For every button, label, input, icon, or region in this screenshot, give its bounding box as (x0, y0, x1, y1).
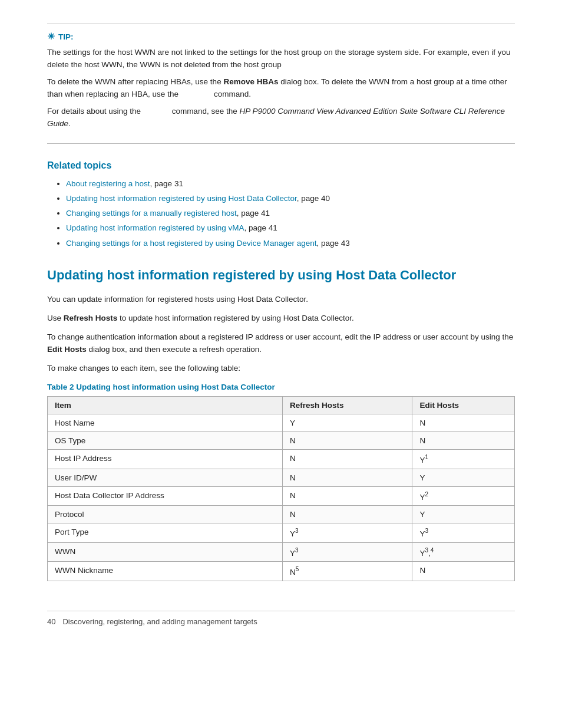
cell-item: WWN Nickname (48, 562, 283, 581)
section-title: Updating host information registered by … (47, 267, 515, 284)
cell-edit: Y3 (412, 523, 515, 543)
cell-edit: N (412, 432, 515, 450)
col-header-item: Item (48, 397, 283, 414)
col-header-refresh: Refresh Hosts (282, 397, 412, 414)
cell-edit: Y3,4 (412, 542, 515, 562)
cell-edit: N (412, 562, 515, 581)
cell-item: Port Type (48, 523, 283, 543)
list-item: Changing settings for a host registered … (66, 238, 515, 249)
related-link-5[interactable]: Changing settings for a host registered … (66, 239, 317, 248)
page-container: ☀ TIP: The settings for the host WWN are… (0, 0, 562, 661)
list-item: Updating host information registered by … (66, 193, 515, 205)
main-section: Updating host information registered by … (47, 267, 515, 581)
list-item: Changing settings for a manually registe… (66, 207, 515, 219)
tip-body: The settings for the host WWN are not li… (47, 47, 515, 130)
cell-item: Host Data Collector IP Address (48, 486, 283, 506)
related-link-3[interactable]: Changing settings for a manually registe… (66, 209, 237, 218)
section-para-1: You can update information for registere… (47, 293, 515, 306)
footer: 40 Discovering, registering, and adding … (47, 611, 515, 626)
cell-item: Host Name (48, 414, 283, 432)
related-link-2[interactable]: Updating host information registered by … (66, 194, 297, 203)
table-title: Table 2 Updating host information using … (47, 383, 515, 391)
page-ref-4: , page 41 (244, 223, 277, 232)
section-para-2: Use Refresh Hosts to update host informa… (47, 312, 515, 325)
table-row: User ID/PWNY (48, 469, 515, 486)
table-header-row: Item Refresh Hosts Edit Hosts (48, 397, 515, 414)
cell-refresh: Y (282, 414, 412, 432)
tip-header: ☀ TIP: (47, 31, 515, 42)
cell-refresh: Y3 (282, 542, 412, 562)
cell-refresh: N (282, 432, 412, 450)
tip-box: ☀ TIP: The settings for the host WWN are… (47, 24, 515, 144)
list-item: Updating host information registered by … (66, 222, 515, 234)
section-para-4: To make changes to each item, see the fo… (47, 362, 515, 375)
table-row: WWNY3Y3,4 (48, 542, 515, 562)
tip-paragraph-1: The settings for the host WWN are not li… (47, 47, 515, 71)
list-item: About registering a host, page 31 (66, 178, 515, 190)
table-row: Host IP AddressNY1 (48, 450, 515, 469)
table-row: ProtocolNY (48, 506, 515, 523)
cell-item: WWN (48, 542, 283, 562)
cell-item: Host IP Address (48, 450, 283, 469)
cell-edit: N (412, 414, 515, 432)
cell-edit: Y2 (412, 486, 515, 506)
related-topics-list: About registering a host, page 31 Updati… (47, 178, 515, 249)
related-link-1[interactable]: About registering a host (66, 179, 150, 188)
tip-paragraph-2: To delete the WWN after replacing HBAs, … (47, 76, 515, 101)
cell-edit: Y (412, 469, 515, 486)
table-row: OS TypeNN (48, 432, 515, 450)
data-table: Item Refresh Hosts Edit Hosts Host NameY… (47, 396, 515, 581)
tip-icon: ☀ (47, 31, 55, 42)
cell-refresh: N (282, 506, 412, 523)
cell-refresh: N (282, 469, 412, 486)
page-ref-3: , page 41 (237, 209, 270, 218)
table-row: Port TypeY3Y3 (48, 523, 515, 543)
section-para-3: To change authentication information abo… (47, 331, 515, 356)
related-topics-title: Related topics (47, 160, 515, 171)
cell-refresh: N5 (282, 562, 412, 581)
col-header-edit: Edit Hosts (412, 397, 515, 414)
related-topics-section: Related topics About registering a host,… (47, 160, 515, 249)
table-row: Host Data Collector IP AddressNY2 (48, 486, 515, 506)
related-link-4[interactable]: Updating host information registered by … (66, 223, 244, 232)
cell-refresh: N (282, 486, 412, 506)
cell-item: OS Type (48, 432, 283, 450)
cell-refresh: N (282, 450, 412, 469)
cell-edit: Y (412, 506, 515, 523)
page-ref-5: , page 43 (317, 239, 350, 248)
tip-label: TIP: (58, 32, 74, 41)
cell-refresh: Y3 (282, 523, 412, 543)
tip-paragraph-3: For details about using the command, see… (47, 106, 515, 130)
cell-edit: Y1 (412, 450, 515, 469)
page-ref-1: , page 31 (150, 179, 183, 188)
footer-description: Discovering, registering, and adding man… (62, 617, 257, 626)
table-row: Host NameYN (48, 414, 515, 432)
page-ref-2: , page 40 (297, 194, 330, 203)
footer-page-number: 40 (47, 617, 55, 626)
table-row: WWN NicknameN5N (48, 562, 515, 581)
cell-item: User ID/PW (48, 469, 283, 486)
cell-item: Protocol (48, 506, 283, 523)
